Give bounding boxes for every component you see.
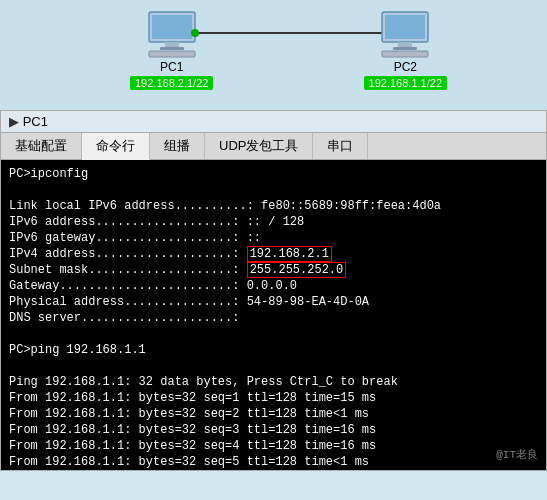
terminal-line-physical: Physical address...............: 54-89-9… [9,294,538,310]
panel-title: ▶ PC1 [1,111,546,133]
terminal-line-blank1 [9,182,538,198]
terminal-ping2: From 192.168.1.1: bytes=32 seq=2 ttl=128… [9,406,538,422]
terminal-line-ipv6gw: IPv6 gateway...................: :: [9,230,538,246]
main-panel: ▶ PC1 基础配置 命令行 组播 UDP发包工具 串口 PC>ipconfig… [0,110,547,471]
svg-rect-1 [152,15,192,39]
subnet-highlight: 255.255.252.0 [247,262,347,278]
dot-left [191,29,199,37]
terminal-line-dns: DNS server.....................: [9,310,538,326]
tab-udp[interactable]: UDP发包工具 [205,133,313,159]
pc2-label: PC2 [394,60,417,74]
pc1-ip: 192.168.2.1/22 [130,76,213,90]
pc1-node: PC1 192.168.2.1/22 [130,10,213,90]
pc1-label: PC1 [160,60,183,74]
canvas: PC1 192.168.2.1/22 PC2 192.168.1.1/22 [0,0,547,110]
pc2-icon [378,10,432,58]
tab-zubi[interactable]: 组播 [150,133,205,159]
connection-line [196,32,391,34]
terminal-ping1: From 192.168.1.1: bytes=32 seq=1 ttl=128… [9,390,538,406]
terminal[interactable]: PC>ipconfig Link local IPv6 address.....… [1,160,546,470]
svg-rect-7 [398,42,412,47]
terminal-line-gw: Gateway........................: 0.0.0.0 [9,278,538,294]
panel-title-text: ▶ PC1 [9,114,48,129]
terminal-line-ipv4: IPv4 address...................: 192.168… [9,246,538,262]
terminal-line-blank2 [9,326,538,342]
terminal-ping4: From 192.168.1.1: bytes=32 seq=4 ttl=128… [9,438,538,454]
tab-mingling[interactable]: 命令行 [82,133,150,160]
terminal-line-prompt2: PC>ping 192.168.1.1 [9,342,538,358]
svg-rect-4 [149,51,195,57]
watermark: @IT老良 [496,447,538,462]
svg-rect-6 [385,15,425,39]
ipv4-highlight: 192.168.2.1 [247,246,332,262]
svg-rect-8 [393,47,417,50]
terminal-line-ipv6link: Link local IPv6 address..........: fe80:… [9,198,538,214]
tab-jichupeizhи[interactable]: 基础配置 [1,133,82,159]
svg-rect-2 [165,42,179,47]
svg-rect-3 [160,47,184,50]
svg-rect-9 [382,51,428,57]
pc2-node: PC2 192.168.1.1/22 [364,10,447,90]
terminal-line-ipv6addr: IPv6 address...................: :: / 12… [9,214,538,230]
terminal-line-prompt1: PC>ipconfig [9,166,538,182]
terminal-ping-header: Ping 192.168.1.1: 32 data bytes, Press C… [9,374,538,390]
network-diagram: PC1 192.168.2.1/22 PC2 192.168.1.1/22 [0,0,547,110]
terminal-ping3: From 192.168.1.1: bytes=32 seq=3 ttl=128… [9,422,538,438]
pc2-ip: 192.168.1.1/22 [364,76,447,90]
tab-chuankou[interactable]: 串口 [313,133,368,159]
terminal-line-blank3 [9,358,538,374]
terminal-line-subnet: Subnet mask....................: 255.255… [9,262,538,278]
tab-bar: 基础配置 命令行 组播 UDP发包工具 串口 [1,133,546,160]
terminal-ping5: From 192.168.1.1: bytes=32 seq=5 ttl=128… [9,454,538,470]
